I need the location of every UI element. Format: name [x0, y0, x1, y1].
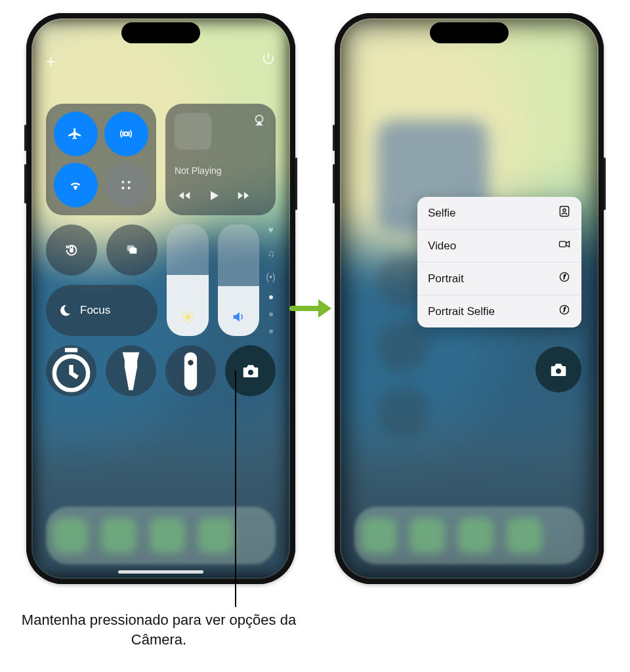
figure: + — [0, 0, 630, 672]
brightness-slider[interactable] — [167, 224, 209, 336]
control-center: ıl * Not — [32, 18, 290, 579]
connectivity-group[interactable]: ıl * — [46, 104, 156, 215]
focus-label: Focus — [80, 304, 110, 317]
dynamic-island — [430, 22, 509, 43]
context-item-selfie[interactable]: Selfie — [417, 197, 581, 230]
favorites-page-icon: ♥ — [268, 224, 274, 235]
connectivity-more-icon[interactable]: ıl * — [104, 163, 148, 207]
now-playing-label: Not Playing — [175, 165, 266, 176]
aperture-icon: f — [558, 270, 571, 287]
timer-button[interactable] — [46, 345, 96, 396]
callout-text: Mantenha pressionado para ver opções da … — [8, 610, 310, 649]
svg-point-15 — [248, 370, 253, 375]
callout-leader — [235, 371, 236, 607]
rewind-icon[interactable] — [177, 188, 192, 205]
play-icon[interactable] — [206, 188, 222, 206]
phone-left: + — [26, 13, 295, 584]
airdrop-icon[interactable] — [104, 112, 148, 156]
camera-context-menu: Selfie Video Portrait f — [417, 197, 581, 327]
svg-point-17 — [563, 209, 566, 211]
context-item-portrait[interactable]: Portrait f — [417, 262, 581, 295]
svg-point-4 — [128, 187, 131, 190]
camera-button[interactable] — [225, 345, 276, 396]
orientation-lock-icon[interactable] — [46, 224, 97, 276]
camera-button[interactable] — [536, 346, 581, 392]
airplay-icon[interactable] — [252, 113, 266, 130]
brightness-icon — [180, 310, 195, 327]
selfie-icon — [558, 205, 571, 221]
media-group[interactable]: Not Playing — [165, 104, 276, 215]
forward-icon[interactable] — [236, 188, 251, 205]
aperture-icon: f — [558, 303, 571, 320]
volume-slider[interactable] — [218, 224, 260, 336]
svg-text:f: f — [564, 274, 566, 280]
context-label: Portrait — [428, 272, 464, 285]
phone-right: Selfie Video Portrait f — [335, 13, 604, 584]
volume-icon — [231, 310, 245, 327]
svg-point-14 — [188, 360, 193, 365]
connectivity-page-icon: (•) — [266, 272, 276, 282]
focus-button[interactable]: Focus — [46, 285, 158, 336]
dynamic-island — [121, 22, 200, 43]
wifi-icon[interactable] — [54, 163, 98, 207]
airplane-mode-icon[interactable] — [54, 112, 98, 156]
music-page-icon: ♫ — [267, 248, 274, 259]
album-art-placeholder — [175, 113, 211, 150]
svg-rect-13 — [184, 352, 197, 390]
flashlight-button[interactable] — [106, 345, 156, 396]
svg-text:f: f — [564, 306, 566, 313]
context-item-portrait-selfie[interactable]: Portrait Selfie f — [417, 295, 581, 327]
arrow-icon — [289, 295, 335, 324]
context-label: Selfie — [428, 207, 456, 220]
video-icon — [558, 238, 571, 254]
svg-rect-10 — [129, 247, 136, 253]
page-indicator[interactable]: ♥ ♫ (•) — [266, 224, 276, 336]
remote-button[interactable] — [165, 345, 216, 396]
svg-point-3 — [122, 187, 125, 190]
svg-text:*: * — [129, 180, 130, 184]
context-label: Portrait Selfie — [428, 305, 495, 318]
svg-point-23 — [556, 369, 561, 374]
svg-rect-8 — [70, 248, 74, 252]
svg-point-11 — [185, 314, 190, 319]
home-indicator[interactable] — [118, 570, 203, 574]
context-label: Video — [428, 240, 456, 253]
context-item-video[interactable]: Video — [417, 230, 581, 262]
svg-rect-18 — [560, 242, 566, 247]
screen-mirroring-icon[interactable] — [106, 224, 158, 276]
svg-point-0 — [125, 132, 129, 136]
svg-text:ıl: ıl — [123, 181, 124, 184]
